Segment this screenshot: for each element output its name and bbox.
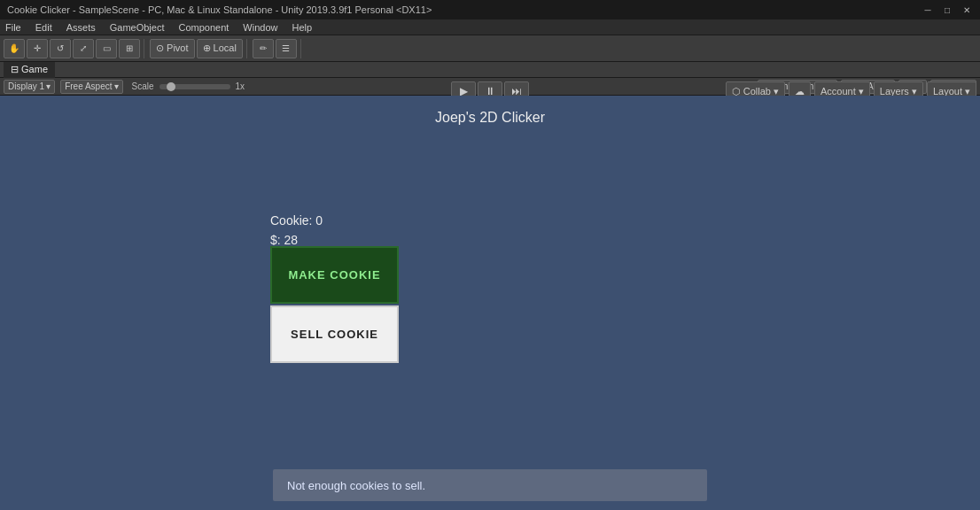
menu-window[interactable]: Window (241, 22, 279, 33)
paint-tool-button[interactable]: ✏ (253, 39, 274, 58)
extra-tool-button[interactable]: ☰ (276, 39, 297, 58)
display-dropdown[interactable]: Display 1 ▾ (4, 80, 55, 94)
menu-gameobject[interactable]: GameObject (108, 22, 167, 33)
scale-label: Scale (132, 81, 154, 91)
transform-tool-button[interactable]: ⊞ (119, 39, 140, 58)
rotate-tool-button[interactable]: ↺ (50, 39, 71, 58)
local-button[interactable]: ⊕ Local (197, 39, 243, 58)
notification-bar: Not enough cookies to sell. (273, 469, 707, 501)
extra-tools: ✏ ☰ (253, 39, 301, 58)
menu-bar: File Edit Assets GameObject Component Wi… (0, 19, 980, 35)
scale-thumb[interactable] (167, 82, 175, 91)
minimize-button[interactable]: ─ (922, 4, 934, 16)
scale-slider[interactable] (159, 84, 230, 89)
cookie-count: Cookie: 0 (270, 211, 323, 230)
game-title: Joep's 2D Clicker (435, 110, 545, 126)
stats-panel: Cookie: 0 $: 28 (270, 211, 323, 251)
game-tab-bar: ⊟ Game (0, 62, 980, 78)
menu-component[interactable]: Component (176, 22, 230, 33)
sell-cookie-button[interactable]: SELL COOKIE (270, 305, 399, 363)
toolbar-row: ✋ ✛ ↺ ⤢ ▭ ⊞ ⊙ Pivot ⊕ Local ✏ ☰ ▶ ⏸ ⏭ ⬡ … (0, 35, 980, 62)
aspect-label: Free Aspect (65, 81, 112, 91)
notification-text: Not enough cookies to sell. (287, 479, 425, 492)
menu-edit[interactable]: Edit (34, 22, 54, 33)
hand-tool-button[interactable]: ✋ (4, 39, 25, 58)
window-controls: ─ □ ✕ (922, 4, 973, 16)
make-cookie-button[interactable]: MAKE COOKIE (270, 246, 399, 304)
game-tab[interactable]: ⊟ Game (4, 62, 55, 78)
pivot-button[interactable]: ⊙ Pivot (150, 39, 195, 58)
display-label: Display 1 (8, 81, 44, 91)
scale-value: 1x (236, 81, 245, 91)
display-chevron-icon: ▾ (46, 81, 51, 91)
title-bar: Cookie Clicker - SampleScene - PC, Mac &… (0, 0, 980, 19)
aspect-chevron-icon: ▾ (114, 81, 119, 91)
toolbar: ✋ ✛ ↺ ⤢ ▭ ⊞ ⊙ Pivot ⊕ Local ✏ ☰ (0, 35, 980, 62)
maximize-button[interactable]: □ (941, 4, 953, 16)
pivot-tools: ⊙ Pivot ⊕ Local (150, 39, 247, 58)
menu-file[interactable]: File (4, 22, 23, 33)
close-button[interactable]: ✕ (961, 4, 973, 16)
window-title: Cookie Clicker - SampleScene - PC, Mac &… (7, 4, 922, 15)
menu-assets[interactable]: Assets (65, 22, 97, 33)
transform-tools: ✋ ✛ ↺ ⤢ ▭ ⊞ (4, 39, 144, 58)
game-viewport: Joep's 2D Clicker Cookie: 0 $: 28 MAKE C… (0, 96, 980, 510)
move-tool-button[interactable]: ✛ (27, 39, 48, 58)
menu-help[interactable]: Help (290, 22, 314, 33)
scale-tool-button[interactable]: ⤢ (73, 39, 94, 58)
aspect-dropdown[interactable]: Free Aspect ▾ (60, 80, 122, 94)
rect-tool-button[interactable]: ▭ (96, 39, 117, 58)
